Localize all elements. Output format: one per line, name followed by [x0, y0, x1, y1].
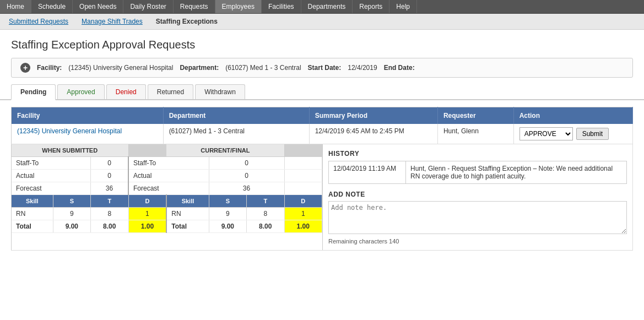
end-date-label: End Date: — [384, 64, 415, 72]
current-final-header: CURRENT/FINAL — [166, 144, 284, 157]
d-col-header: D — [128, 195, 166, 208]
tab-bar: Pending Approved Denied Returned Withdra… — [0, 84, 644, 100]
t-col-header-c: T — [247, 195, 284, 208]
col-header-department: Department — [163, 107, 309, 124]
rn-s: 9 — [53, 208, 90, 220]
subnav-manage-shift-trades[interactable]: Manage Shift Trades — [76, 16, 148, 27]
col-header-action: Action — [513, 107, 632, 124]
rn-d: 1 — [128, 208, 166, 220]
total-t: 8.00 — [91, 220, 128, 233]
total-row: Total 9.00 8.00 1.00 Total 9.00 8.00 1.0… — [12, 220, 322, 233]
nav-requests[interactable]: Requests — [174, 0, 215, 13]
tab-approved[interactable]: Approved — [57, 84, 104, 99]
forecast-row: Forecast 36 Forecast 36 — [12, 182, 322, 195]
forecast-label: Forecast — [12, 182, 91, 195]
nav-home[interactable]: Home — [0, 0, 31, 13]
skill-col-header-c: Skill — [166, 195, 209, 208]
row-requester: Hunt, Glenn — [437, 124, 513, 144]
rn-skill-row: RN 9 8 1 RN 9 8 1 — [12, 208, 322, 220]
history-title: HISTORY — [328, 150, 627, 158]
s-col-header: S — [53, 195, 90, 208]
nav-reports[interactable]: Reports — [353, 0, 389, 13]
actual-current-value: 0 — [209, 170, 284, 182]
total-label: Total — [12, 220, 53, 233]
nav-help[interactable]: Help — [389, 0, 417, 13]
total-t-c: 8.00 — [247, 220, 284, 233]
staffto-label: Staff-To — [12, 157, 91, 170]
right-panel: HISTORY 12/04/2019 11:19 AM Hunt, Glenn … — [323, 144, 632, 250]
forecast-when-value: 36 — [91, 182, 128, 195]
facility-link[interactable]: (12345) University General Hospital — [17, 127, 122, 135]
department-label: Department: — [180, 64, 219, 72]
action-select[interactable]: APPROVE DENY RETURN WITHDRAW — [519, 127, 573, 140]
submit-button[interactable]: Submit — [576, 128, 609, 140]
nav-departments[interactable]: Departments — [301, 0, 353, 13]
t-col-header: T — [91, 195, 128, 208]
history-section: HISTORY 12/04/2019 11:19 AM Hunt, Glenn … — [328, 150, 627, 184]
tab-withdrawn[interactable]: Withdrawn — [195, 84, 245, 99]
start-date-label: Start Date: — [308, 64, 342, 72]
table-row: (12345) University General Hospital (610… — [12, 124, 633, 144]
page-title: Staffing Exception Approval Requests — [0, 30, 644, 58]
remaining-chars: Remaining characters 140 — [328, 238, 627, 245]
top-navigation: Home Schedule Open Needs Daily Roster Re… — [0, 0, 644, 14]
total-s: 9.00 — [53, 220, 90, 233]
history-date: 12/04/2019 11:19 AM — [329, 161, 406, 184]
skill-col-header: Skill — [12, 195, 53, 208]
col-header-facility: Facility — [12, 107, 164, 124]
requests-table: Facility Department Summary Period Reque… — [11, 107, 633, 251]
sub-navigation: Submitted Requests Manage Shift Trades S… — [0, 14, 644, 30]
forecast-current-value: 36 — [209, 182, 284, 195]
facility-label: Facility: — [37, 64, 62, 72]
main-content: Facility Department Summary Period Reque… — [0, 107, 644, 262]
d-col-header-c: D — [284, 195, 322, 208]
detail-cell: WHEN SUBMITTED CURRENT/FINAL — [12, 144, 633, 251]
s-col-header-c: S — [209, 195, 246, 208]
actual-label: Actual — [12, 170, 91, 182]
history-table: 12/04/2019 11:19 AM Hunt, Glenn - Reques… — [328, 161, 627, 184]
nav-daily-roster[interactable]: Daily Roster — [123, 0, 173, 13]
actual-when-value: 0 — [91, 170, 128, 182]
actual-current-label: Actual — [128, 170, 209, 182]
add-filter-icon[interactable]: + — [20, 63, 30, 73]
staffto-row: Staff-To 0 Staff-To 0 — [12, 157, 322, 170]
add-note-textarea[interactable] — [328, 201, 627, 234]
action-container: APPROVE DENY RETURN WITHDRAW Submit — [519, 127, 627, 140]
when-submitted-header: WHEN SUBMITTED — [12, 144, 128, 157]
total-d: 1.00 — [128, 220, 166, 233]
rn-s-c: 9 — [209, 208, 246, 220]
detail-container: WHEN SUBMITTED CURRENT/FINAL — [12, 144, 632, 250]
history-entry: 12/04/2019 11:19 AM Hunt, Glenn - Reques… — [329, 161, 627, 184]
total-s-c: 9.00 — [209, 220, 246, 233]
tab-denied[interactable]: Denied — [106, 84, 146, 99]
tab-returned[interactable]: Returned — [148, 84, 193, 99]
add-note-title: ADD NOTE — [328, 191, 627, 198]
total-d-c: 1.00 — [284, 220, 322, 233]
facility-value: (12345) University General Hospital — [68, 64, 173, 72]
col-header-requester: Requester — [437, 107, 513, 124]
col-header-summary-period: Summary Period — [309, 107, 437, 124]
row-action: APPROVE DENY RETURN WITHDRAW Submit — [513, 124, 632, 144]
rn-skill: RN — [12, 208, 53, 220]
nav-schedule[interactable]: Schedule — [31, 0, 73, 13]
nav-employees[interactable]: Employees — [215, 0, 262, 13]
row-summary-period: 12/4/2019 6:45 AM to 2:45 PM — [309, 124, 437, 144]
filter-bar: + Facility: (12345) University General H… — [11, 58, 633, 78]
staffto-current-value: 0 — [209, 157, 284, 170]
row-facility: (12345) University General Hospital — [12, 124, 164, 144]
detail-row: WHEN SUBMITTED CURRENT/FINAL — [12, 144, 633, 251]
start-date-value: 12/4/2019 — [348, 64, 377, 72]
rn-skill-c: RN — [166, 208, 209, 220]
add-note-section: ADD NOTE Remaining characters 140 — [328, 191, 627, 245]
rn-d-c: 1 — [284, 208, 322, 220]
staffto-when-value: 0 — [91, 157, 128, 170]
total-label-c: Total — [166, 220, 209, 233]
tab-pending[interactable]: Pending — [11, 84, 56, 100]
rn-t-c: 8 — [247, 208, 284, 220]
subnav-submitted-requests[interactable]: Submitted Requests — [3, 16, 74, 27]
nav-open-needs[interactable]: Open Needs — [73, 0, 123, 13]
subnav-staffing-exceptions[interactable]: Staffing Exceptions — [150, 16, 223, 27]
row-department: (61027) Med 1 - 3 Central — [163, 124, 309, 144]
nav-facilities[interactable]: Facilities — [262, 0, 301, 13]
staffto-current-label: Staff-To — [128, 157, 209, 170]
